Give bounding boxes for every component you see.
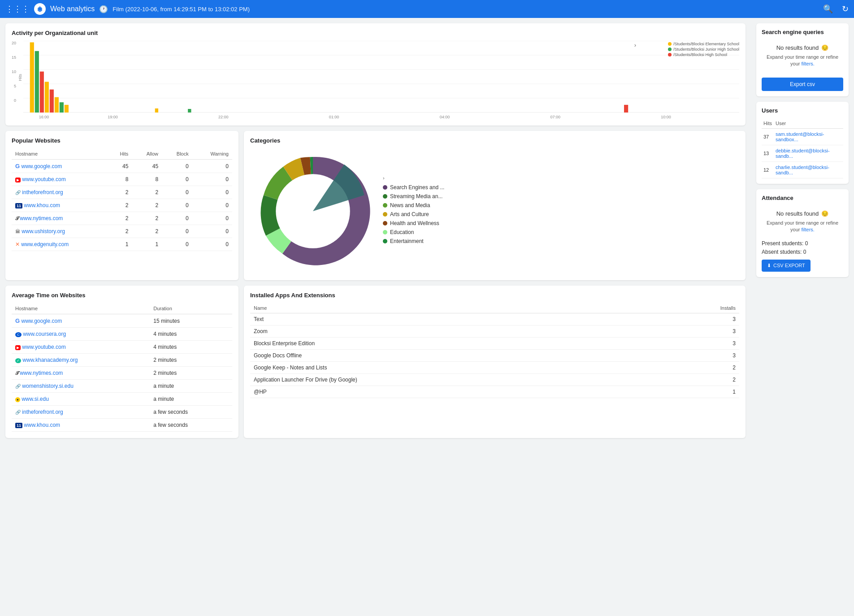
pie-legend-search: Search Engines and ... bbox=[383, 184, 444, 191]
pie-dot-entertainment bbox=[383, 239, 387, 243]
google-icon: G bbox=[15, 317, 20, 324]
legend-item-1: /Students/Blocksi Elementary School bbox=[668, 42, 739, 46]
col-warning: Warning bbox=[192, 148, 232, 160]
svg-rect-12 bbox=[50, 90, 54, 113]
avg-hostname-link[interactable]: www.khou.com bbox=[24, 422, 60, 428]
nyt-icon: 𝒯 bbox=[15, 370, 18, 376]
middle-row: Popular Websites Hostname Hits Allow Blo… bbox=[5, 131, 746, 280]
search-no-results: No results found 😔 Expand your time rang… bbox=[762, 40, 843, 72]
bottom-row: Average Time on Websites Hostname Durati… bbox=[5, 286, 746, 438]
activity-chart-title: Activity per Organizational unit bbox=[12, 30, 739, 36]
chart-expand-btn[interactable]: › bbox=[634, 42, 636, 48]
search-queries-title: Search engine queries bbox=[762, 29, 843, 35]
avg-hostname-link[interactable]: www.youtube.com bbox=[22, 344, 65, 350]
chart-legend: /Students/Blocksi Elementary School /Stu… bbox=[668, 42, 739, 57]
svg-point-1 bbox=[39, 8, 41, 10]
film-label: Film (2022-10-06, from 14:29:51 PM to 13… bbox=[113, 6, 250, 13]
users-table: Hits User 37 sam.student@blocksi-sandbox… bbox=[762, 118, 843, 178]
refresh-icon[interactable]: ↻ bbox=[842, 4, 849, 14]
attendance-card: Attendance No results found 😔 Expand you… bbox=[756, 189, 849, 277]
svg-rect-11 bbox=[45, 82, 49, 113]
plain-icon: 🔗 bbox=[15, 410, 21, 415]
avg-hostname-link[interactable]: womenshistory.si.edu bbox=[22, 383, 74, 389]
attendance-filters-link[interactable]: filters. bbox=[802, 227, 815, 232]
avg-hostname-link[interactable]: www.si.edu bbox=[22, 396, 49, 402]
filters-link[interactable]: filters. bbox=[802, 61, 815, 66]
csv-export-button[interactable]: ⬇ CSV EXPORT bbox=[762, 260, 811, 272]
table-row: ▶ www.youtube.com 4 minutes bbox=[12, 341, 232, 354]
apps-table: Name Installs Text 3 Zoom 3 Blocksi Ente… bbox=[250, 303, 739, 398]
table-row: ✕ www.edgenuity.com 1 1 0 0 bbox=[12, 238, 232, 251]
grid-icon[interactable]: ⋮⋮⋮ bbox=[5, 4, 30, 14]
present-students: Present students: 0 bbox=[762, 240, 843, 247]
table-row: 🔗 intheforefront.org a few seconds bbox=[12, 406, 232, 419]
activity-chart-svg bbox=[23, 41, 739, 113]
installed-apps-card: Installed Apps And Extensions Name Insta… bbox=[244, 286, 746, 438]
pie-expand-btn[interactable]: › bbox=[383, 175, 444, 181]
table-row: 🏛 www.ushistory.org 2 2 0 0 bbox=[12, 225, 232, 238]
hostname-link[interactable]: intheforefront.org bbox=[22, 189, 63, 195]
si-icon: ● bbox=[15, 397, 20, 402]
table-row: 🔗 womenshistory.si.edu a minute bbox=[12, 380, 232, 393]
pie-chart bbox=[250, 148, 376, 274]
youtube-icon: ▶ bbox=[15, 178, 21, 182]
pie-dot-streaming bbox=[383, 194, 387, 199]
google-icon: G bbox=[15, 163, 20, 169]
pie-legend-news: News and Media bbox=[383, 202, 444, 208]
edgenuity-icon: ✕ bbox=[15, 241, 20, 247]
col-hostname: Hostname bbox=[12, 148, 107, 160]
hostname-link[interactable]: www.nytimes.com bbox=[20, 215, 63, 221]
col-block: Block bbox=[162, 148, 192, 160]
table-row: ✓ www.khanacademy.org 2 minutes bbox=[12, 354, 232, 367]
pie-container: › Search Engines and ... Streaming Media… bbox=[250, 148, 739, 274]
app-title: Web analytics bbox=[50, 5, 95, 13]
sad-face-icon-2: 😔 bbox=[821, 210, 828, 217]
pie-legend: › Search Engines and ... Streaming Media… bbox=[383, 175, 444, 247]
y-axis: 20 15 10 5 0 bbox=[12, 41, 18, 104]
col-user-name: User bbox=[774, 118, 843, 129]
pie-dot-arts bbox=[383, 212, 387, 217]
hostname-link[interactable]: www.youtube.com bbox=[22, 176, 65, 182]
right-panel: Search engine queries No results found 😔… bbox=[751, 18, 854, 616]
sad-face-icon: 😔 bbox=[821, 44, 828, 51]
table-row: 𝒯 www.nytimes.com 2 minutes bbox=[12, 367, 232, 380]
avg-time-card: Average Time on Websites Hostname Durati… bbox=[5, 286, 238, 438]
table-row: 12 charlie.student@blocksi-sandb... bbox=[762, 161, 843, 178]
download-icon: ⬇ bbox=[767, 263, 771, 269]
ushistory-icon: 🏛 bbox=[15, 229, 20, 234]
nyt-icon: 𝒯 bbox=[15, 216, 18, 221]
svg-rect-9 bbox=[35, 51, 39, 113]
avg-hostname-link[interactable]: www.coursera.org bbox=[23, 331, 66, 337]
hostname-link[interactable]: www.khou.com bbox=[24, 202, 60, 208]
avg-hostname-link[interactable]: intheforefront.org bbox=[22, 409, 63, 415]
table-row: C www.coursera.org 4 minutes bbox=[12, 328, 232, 341]
col-hostname-avg: Hostname bbox=[12, 303, 150, 314]
export-csv-button[interactable]: Export csv bbox=[762, 78, 843, 91]
content-area: Activity per Organizational unit 20 15 1… bbox=[0, 18, 751, 616]
avg-hostname-link[interactable]: www.google.com bbox=[21, 318, 62, 324]
search-icon[interactable]: 🔍 bbox=[823, 4, 833, 14]
popular-websites-card: Popular Websites Hostname Hits Allow Blo… bbox=[5, 131, 238, 280]
table-row: Application Launcher For Drive (by Googl… bbox=[250, 374, 739, 386]
legend-dot-3 bbox=[668, 53, 672, 56]
svg-rect-17 bbox=[188, 109, 191, 113]
avg-time-table: Hostname Duration G www.google.com 15 mi… bbox=[12, 303, 232, 432]
hostname-link[interactable]: www.google.com bbox=[21, 163, 62, 169]
col-hits: Hits bbox=[107, 148, 132, 160]
pie-legend-arts: Arts and Culture bbox=[383, 211, 444, 217]
table-row: @HP 1 bbox=[250, 386, 739, 398]
hostname-link[interactable]: www.edgenuity.com bbox=[21, 241, 69, 247]
table-row: Google Docs Offline 3 bbox=[250, 350, 739, 362]
users-title: Users bbox=[762, 107, 843, 114]
pie-dot-news bbox=[383, 203, 387, 208]
khou-icon: 11 bbox=[15, 203, 22, 208]
avg-hostname-link[interactable]: www.khanacademy.org bbox=[22, 357, 78, 363]
table-row: Blocksi Enterprise Edition 3 bbox=[250, 338, 739, 350]
coursera-icon: C bbox=[15, 332, 22, 337]
categories-title: Categories bbox=[250, 137, 739, 144]
hostname-link[interactable]: www.ushistory.org bbox=[22, 228, 65, 234]
attendance-no-results-title: No results found 😔 bbox=[776, 210, 829, 217]
avg-hostname-link[interactable]: www.nytimes.com bbox=[20, 370, 63, 376]
col-installs: Installs bbox=[656, 303, 739, 313]
search-no-results-sub: Expand your time range or refine your fi… bbox=[762, 54, 843, 68]
